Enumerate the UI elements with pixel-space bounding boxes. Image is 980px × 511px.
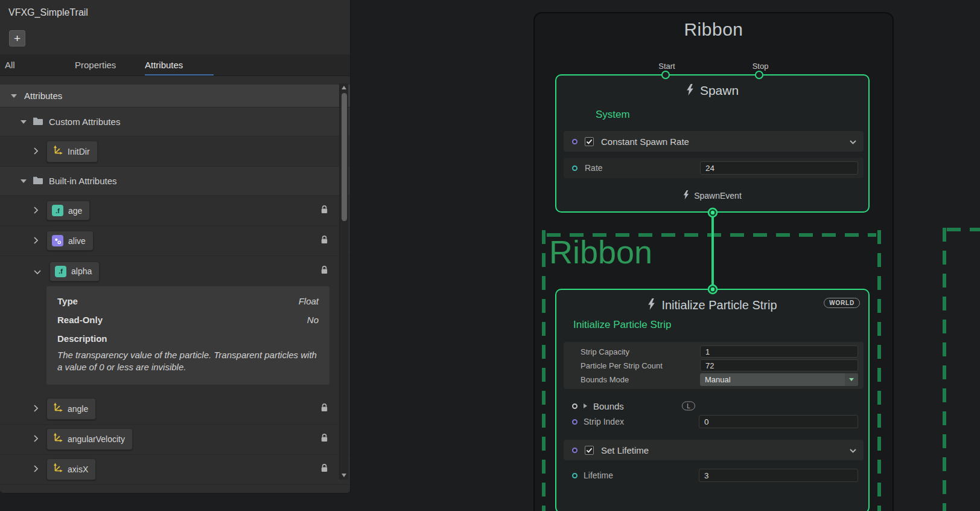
attributes-section-row[interactable]: Attributes [0,85,350,108]
blackboard-tabs: All Properties Attributes [0,54,350,76]
tab-properties[interactable]: Properties [75,54,145,76]
blackboard-header: VFXG_SimpleTrail + [0,0,350,54]
rate-row[interactable]: Rate 24 [564,158,864,178]
chevron-right-icon[interactable] [34,434,38,445]
lock-icon [320,235,328,247]
builtin-attributes-folder-row[interactable]: Built-in Attributes [0,167,350,196]
chevron-down-icon[interactable] [34,266,41,277]
neighbor-system-boundary-dashes [944,228,980,511]
set-lifetime-checkbox[interactable] [585,446,594,455]
tab-all[interactable]: All [5,54,75,76]
alpha-details-panel: Type Float Read-Only No Description The … [46,286,329,385]
vector-icon [52,432,63,446]
particle-per-strip-count-label: Particle Per Strip Count [581,361,663,370]
scrollbar-thumb[interactable] [342,93,347,221]
folder-icon [33,176,43,187]
attribute-chip[interactable]: .f age [46,201,90,220]
spawn-context-node[interactable]: Start Stop Spawn System Constant Spawn R… [555,74,870,213]
rate-port[interactable] [572,166,578,171]
bounds-port[interactable] [572,403,578,409]
attribute-label: axisX [68,464,88,474]
lifetime-port[interactable] [572,473,578,478]
block-port-purple[interactable] [572,139,578,144]
initialize-context-node[interactable]: Initialize Particle Strip WORLD Initiali… [555,289,870,511]
lightning-icon [686,84,694,98]
chevron-down-icon[interactable] [850,136,856,147]
block-label: Constant Spawn Rate [601,137,689,147]
attribute-label: angularVelocity [68,434,125,444]
scrollbar[interactable] [339,83,348,480]
chevron-right-icon[interactable] [34,403,38,414]
dropdown-arrow-icon [845,373,858,386]
strip-index-input[interactable]: 0 [699,415,858,428]
attribute-chip[interactable]: .f alpha [49,262,100,281]
bounds-label: Bounds [593,401,624,411]
readonly-label: Read-Only [57,315,103,325]
set-lifetime-label: Set Lifetime [601,445,649,455]
description-label: Description [57,333,319,344]
attribute-label: InitDir [68,147,90,156]
attribute-label: age [68,206,82,216]
collapse-triangle-icon[interactable] [21,120,27,124]
attribute-item-alpha[interactable]: .f alpha [0,256,350,286]
tab-attributes[interactable]: Attributes [145,54,215,76]
initialize-settings-block: Strip Capacity 1 Particle Per Strip Coun… [564,342,864,389]
flow-label-stop: Stop [752,62,769,71]
lock-icon [320,205,328,217]
attribute-item-age[interactable]: .f age [0,196,350,226]
attribute-item-angle[interactable]: angle [0,394,350,425]
attribute-chip[interactable]: alive [46,231,94,251]
blackboard-title: VFXG_SimpleTrail [8,7,342,18]
bounds-mode-dropdown[interactable]: Manual [700,373,858,386]
scroll-up-icon[interactable] [342,86,346,89]
vfx-graph-window: Ribbon Ribbon Start Stop Spawn System Co… [0,0,980,511]
rate-input[interactable]: 24 [700,161,858,175]
vector-icon [52,145,63,158]
world-space-badge[interactable]: WORLD [824,298,860,308]
attributes-section-label: Attributes [24,91,62,101]
lock-icon [320,433,328,445]
attribute-chip[interactable]: angularVelocity [46,428,133,450]
bounds-row[interactable]: Bounds L [564,399,864,413]
strip-capacity-input[interactable]: 1 [700,345,858,358]
attribute-item-initdir[interactable]: InitDir [0,137,350,167]
strip-index-port[interactable] [572,419,578,425]
initialize-section-label: Initialize Particle Strip [573,319,672,331]
attribute-label: alpha [71,266,92,276]
chevron-down-icon[interactable] [850,445,856,455]
attribute-item-axisx[interactable]: axisX [0,455,350,485]
lock-icon [320,265,328,277]
attribute-chip[interactable]: axisX [46,458,96,480]
scroll-down-icon[interactable] [342,474,346,477]
set-lifetime-block[interactable]: Set Lifetime [564,440,864,460]
lifetime-row[interactable]: Lifetime 3 [564,466,864,484]
local-space-badge[interactable]: L [682,402,695,411]
bool-icon [52,235,63,246]
bounds-expander-icon[interactable] [584,403,587,408]
add-attribute-button[interactable]: + [9,30,25,47]
float-icon: .f [55,266,66,277]
chevron-right-icon[interactable] [34,236,38,246]
custom-attributes-folder-row[interactable]: Custom Attributes [0,108,350,137]
type-value: Float [299,296,319,306]
strip-capacity-label: Strip Capacity [581,347,629,356]
attribute-chip[interactable]: angle [46,398,96,420]
strip-index-row[interactable]: Strip Index 0 [564,414,864,429]
chevron-right-icon[interactable] [34,205,38,216]
particle-per-strip-count-input[interactable]: 72 [700,359,858,371]
rate-label: Rate [585,163,603,173]
collapse-triangle-icon[interactable] [11,94,17,98]
chevron-right-icon[interactable] [34,464,38,475]
attribute-item-alive[interactable]: alive [0,226,350,256]
set-lifetime-port[interactable] [572,448,578,453]
builtin-attributes-folder-label: Built-in Attributes [49,176,117,186]
attribute-chip[interactable]: InitDir [46,141,98,162]
chevron-right-icon[interactable] [34,146,38,157]
attribute-item-angularvelocity[interactable]: angularVelocity [0,425,350,455]
constant-spawn-rate-block[interactable]: Constant Spawn Rate [564,131,864,152]
vector-icon [52,402,63,416]
collapse-triangle-icon[interactable] [21,179,27,183]
lifetime-label: Lifetime [584,471,613,480]
constant-spawn-rate-checkbox[interactable] [585,137,594,146]
lifetime-input[interactable]: 3 [699,469,858,482]
